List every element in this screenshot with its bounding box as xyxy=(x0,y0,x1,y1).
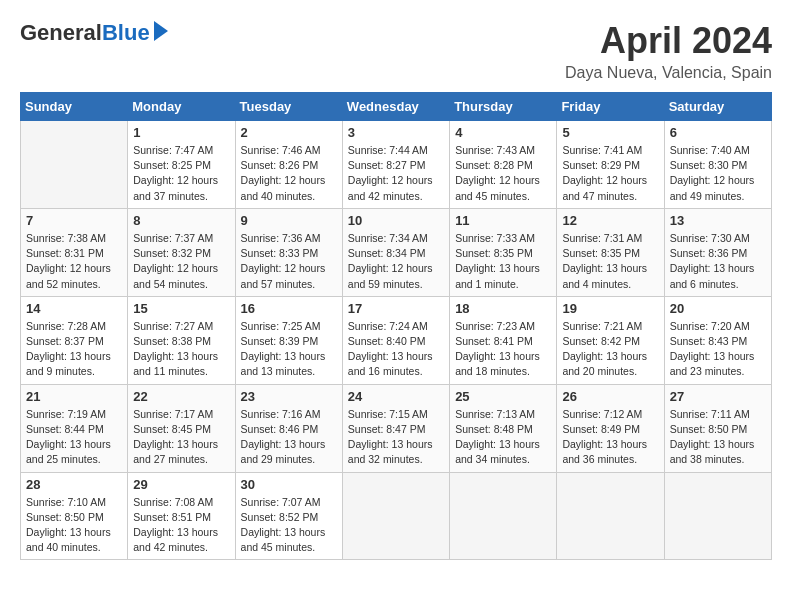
calendar-table: SundayMondayTuesdayWednesdayThursdayFrid… xyxy=(20,92,772,560)
day-info: Sunrise: 7:36 AMSunset: 8:33 PMDaylight:… xyxy=(241,231,337,292)
day-number: 18 xyxy=(455,301,551,316)
day-info: Sunrise: 7:12 AMSunset: 8:49 PMDaylight:… xyxy=(562,407,658,468)
day-info: Sunrise: 7:21 AMSunset: 8:42 PMDaylight:… xyxy=(562,319,658,380)
calendar-day-cell: 12Sunrise: 7:31 AMSunset: 8:35 PMDayligh… xyxy=(557,208,664,296)
calendar-day-cell: 5Sunrise: 7:41 AMSunset: 8:29 PMDaylight… xyxy=(557,121,664,209)
calendar-day-cell: 7Sunrise: 7:38 AMSunset: 8:31 PMDaylight… xyxy=(21,208,128,296)
calendar-day-cell: 9Sunrise: 7:36 AMSunset: 8:33 PMDaylight… xyxy=(235,208,342,296)
day-number: 15 xyxy=(133,301,229,316)
logo-blue-text: Blue xyxy=(102,20,150,46)
calendar-week-row: 28Sunrise: 7:10 AMSunset: 8:50 PMDayligh… xyxy=(21,472,772,560)
calendar-day-cell: 3Sunrise: 7:44 AMSunset: 8:27 PMDaylight… xyxy=(342,121,449,209)
day-info: Sunrise: 7:25 AMSunset: 8:39 PMDaylight:… xyxy=(241,319,337,380)
day-number: 19 xyxy=(562,301,658,316)
calendar-day-cell: 6Sunrise: 7:40 AMSunset: 8:30 PMDaylight… xyxy=(664,121,771,209)
day-number: 17 xyxy=(348,301,444,316)
calendar-week-row: 21Sunrise: 7:19 AMSunset: 8:44 PMDayligh… xyxy=(21,384,772,472)
day-number: 27 xyxy=(670,389,766,404)
day-number: 4 xyxy=(455,125,551,140)
logo-arrow-icon xyxy=(154,21,168,41)
day-number: 22 xyxy=(133,389,229,404)
calendar-week-row: 14Sunrise: 7:28 AMSunset: 8:37 PMDayligh… xyxy=(21,296,772,384)
day-info: Sunrise: 7:41 AMSunset: 8:29 PMDaylight:… xyxy=(562,143,658,204)
day-info: Sunrise: 7:43 AMSunset: 8:28 PMDaylight:… xyxy=(455,143,551,204)
calendar-day-cell: 21Sunrise: 7:19 AMSunset: 8:44 PMDayligh… xyxy=(21,384,128,472)
day-info: Sunrise: 7:27 AMSunset: 8:38 PMDaylight:… xyxy=(133,319,229,380)
title-section: April 2024 Daya Nueva, Valencia, Spain xyxy=(565,20,772,82)
day-info: Sunrise: 7:47 AMSunset: 8:25 PMDaylight:… xyxy=(133,143,229,204)
day-info: Sunrise: 7:31 AMSunset: 8:35 PMDaylight:… xyxy=(562,231,658,292)
day-number: 9 xyxy=(241,213,337,228)
calendar-day-cell: 14Sunrise: 7:28 AMSunset: 8:37 PMDayligh… xyxy=(21,296,128,384)
day-info: Sunrise: 7:38 AMSunset: 8:31 PMDaylight:… xyxy=(26,231,122,292)
calendar-day-cell: 29Sunrise: 7:08 AMSunset: 8:51 PMDayligh… xyxy=(128,472,235,560)
day-info: Sunrise: 7:10 AMSunset: 8:50 PMDaylight:… xyxy=(26,495,122,556)
calendar-day-cell: 19Sunrise: 7:21 AMSunset: 8:42 PMDayligh… xyxy=(557,296,664,384)
calendar-day-cell: 1Sunrise: 7:47 AMSunset: 8:25 PMDaylight… xyxy=(128,121,235,209)
day-info: Sunrise: 7:11 AMSunset: 8:50 PMDaylight:… xyxy=(670,407,766,468)
calendar-header-row: SundayMondayTuesdayWednesdayThursdayFrid… xyxy=(21,93,772,121)
calendar-day-cell: 24Sunrise: 7:15 AMSunset: 8:47 PMDayligh… xyxy=(342,384,449,472)
day-info: Sunrise: 7:46 AMSunset: 8:26 PMDaylight:… xyxy=(241,143,337,204)
location-text: Daya Nueva, Valencia, Spain xyxy=(565,64,772,82)
day-info: Sunrise: 7:08 AMSunset: 8:51 PMDaylight:… xyxy=(133,495,229,556)
page-header: General Blue April 2024 Daya Nueva, Vale… xyxy=(20,20,772,82)
calendar-header-tuesday: Tuesday xyxy=(235,93,342,121)
day-info: Sunrise: 7:34 AMSunset: 8:34 PMDaylight:… xyxy=(348,231,444,292)
day-number: 8 xyxy=(133,213,229,228)
calendar-header-saturday: Saturday xyxy=(664,93,771,121)
day-info: Sunrise: 7:20 AMSunset: 8:43 PMDaylight:… xyxy=(670,319,766,380)
day-number: 21 xyxy=(26,389,122,404)
calendar-day-cell xyxy=(21,121,128,209)
logo-general-text: General xyxy=(20,20,102,46)
day-info: Sunrise: 7:15 AMSunset: 8:47 PMDaylight:… xyxy=(348,407,444,468)
day-number: 25 xyxy=(455,389,551,404)
calendar-day-cell: 28Sunrise: 7:10 AMSunset: 8:50 PMDayligh… xyxy=(21,472,128,560)
day-info: Sunrise: 7:17 AMSunset: 8:45 PMDaylight:… xyxy=(133,407,229,468)
calendar-header-sunday: Sunday xyxy=(21,93,128,121)
calendar-day-cell: 16Sunrise: 7:25 AMSunset: 8:39 PMDayligh… xyxy=(235,296,342,384)
day-number: 13 xyxy=(670,213,766,228)
day-info: Sunrise: 7:30 AMSunset: 8:36 PMDaylight:… xyxy=(670,231,766,292)
day-number: 16 xyxy=(241,301,337,316)
calendar-day-cell: 13Sunrise: 7:30 AMSunset: 8:36 PMDayligh… xyxy=(664,208,771,296)
calendar-day-cell: 17Sunrise: 7:24 AMSunset: 8:40 PMDayligh… xyxy=(342,296,449,384)
calendar-header-thursday: Thursday xyxy=(450,93,557,121)
day-number: 10 xyxy=(348,213,444,228)
calendar-day-cell: 23Sunrise: 7:16 AMSunset: 8:46 PMDayligh… xyxy=(235,384,342,472)
day-number: 24 xyxy=(348,389,444,404)
calendar-day-cell: 4Sunrise: 7:43 AMSunset: 8:28 PMDaylight… xyxy=(450,121,557,209)
calendar-header-wednesday: Wednesday xyxy=(342,93,449,121)
calendar-header-friday: Friday xyxy=(557,93,664,121)
day-number: 1 xyxy=(133,125,229,140)
day-info: Sunrise: 7:44 AMSunset: 8:27 PMDaylight:… xyxy=(348,143,444,204)
calendar-day-cell xyxy=(342,472,449,560)
calendar-day-cell: 22Sunrise: 7:17 AMSunset: 8:45 PMDayligh… xyxy=(128,384,235,472)
day-number: 29 xyxy=(133,477,229,492)
calendar-day-cell xyxy=(557,472,664,560)
day-info: Sunrise: 7:33 AMSunset: 8:35 PMDaylight:… xyxy=(455,231,551,292)
calendar-day-cell: 10Sunrise: 7:34 AMSunset: 8:34 PMDayligh… xyxy=(342,208,449,296)
day-number: 5 xyxy=(562,125,658,140)
day-number: 28 xyxy=(26,477,122,492)
day-number: 23 xyxy=(241,389,337,404)
logo: General Blue xyxy=(20,20,168,46)
day-number: 20 xyxy=(670,301,766,316)
calendar-day-cell: 15Sunrise: 7:27 AMSunset: 8:38 PMDayligh… xyxy=(128,296,235,384)
calendar-day-cell xyxy=(664,472,771,560)
day-info: Sunrise: 7:28 AMSunset: 8:37 PMDaylight:… xyxy=(26,319,122,380)
calendar-day-cell: 25Sunrise: 7:13 AMSunset: 8:48 PMDayligh… xyxy=(450,384,557,472)
day-number: 11 xyxy=(455,213,551,228)
calendar-day-cell: 20Sunrise: 7:20 AMSunset: 8:43 PMDayligh… xyxy=(664,296,771,384)
day-info: Sunrise: 7:24 AMSunset: 8:40 PMDaylight:… xyxy=(348,319,444,380)
day-number: 7 xyxy=(26,213,122,228)
day-number: 26 xyxy=(562,389,658,404)
calendar-day-cell: 26Sunrise: 7:12 AMSunset: 8:49 PMDayligh… xyxy=(557,384,664,472)
calendar-day-cell: 11Sunrise: 7:33 AMSunset: 8:35 PMDayligh… xyxy=(450,208,557,296)
day-info: Sunrise: 7:16 AMSunset: 8:46 PMDaylight:… xyxy=(241,407,337,468)
day-number: 14 xyxy=(26,301,122,316)
day-number: 30 xyxy=(241,477,337,492)
day-number: 3 xyxy=(348,125,444,140)
calendar-day-cell: 8Sunrise: 7:37 AMSunset: 8:32 PMDaylight… xyxy=(128,208,235,296)
day-info: Sunrise: 7:07 AMSunset: 8:52 PMDaylight:… xyxy=(241,495,337,556)
